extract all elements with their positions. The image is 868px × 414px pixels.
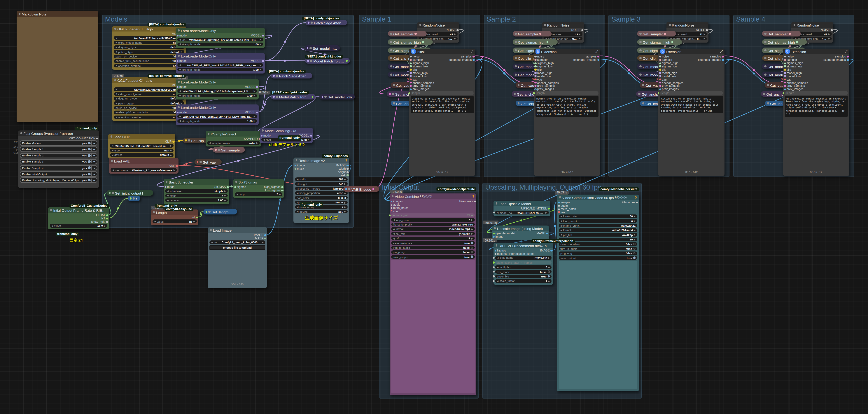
bypass-row-2[interactable]: Enable Sample 2yes➜ bbox=[20, 153, 97, 158]
gguf-loader-low-widget-dequant_dtype[interactable]: ◀dequant_dtypedefault▶ bbox=[114, 97, 184, 100]
toggle-save_metadata[interactable] bbox=[471, 242, 473, 244]
bypass-arrow-icon[interactable]: ➜ bbox=[93, 160, 95, 163]
decrement-arrow-icon[interactable]: ◀ bbox=[497, 257, 498, 259]
set-pill-s[interactable]: S bbox=[128, 196, 141, 201]
decrement-arrow-icon[interactable]: ◀ bbox=[112, 144, 113, 147]
collapse-dot-icon[interactable] bbox=[393, 102, 395, 105]
increment-arrow-icon[interactable]: ▶ bbox=[704, 37, 705, 40]
increment-arrow-icon[interactable]: ▶ bbox=[344, 192, 346, 195]
input-dot[interactable] bbox=[185, 140, 187, 141]
collapse-dot-icon[interactable] bbox=[188, 140, 190, 142]
increment-arrow-icon[interactable]: ▶ bbox=[471, 228, 473, 231]
decrement-arrow-icon[interactable]: ◀ bbox=[179, 38, 181, 41]
collapse-dot-icon[interactable] bbox=[114, 28, 116, 30]
decrement-arrow-icon[interactable]: ◀ bbox=[560, 229, 562, 232]
output-dot[interactable] bbox=[422, 41, 424, 43]
increment-arrow-icon[interactable]: ▶ bbox=[471, 237, 473, 240]
increment-arrow-icon[interactable]: ▶ bbox=[579, 37, 581, 40]
resize-image-v2-widget-device[interactable]: ◀devicecpu▶ bbox=[295, 210, 348, 213]
rife-vfi-widget-clear_cache_after_n_frames[interactable]: clear_cache_after_n_frames bbox=[495, 261, 552, 264]
collapse-dot-icon[interactable] bbox=[518, 102, 520, 105]
gguf-loader-high[interactable]: GGUFLoaderKJ : High?MODEL◀Wan\wan22Enhan… bbox=[112, 26, 186, 69]
set-vae[interactable]: Set_vae bbox=[194, 159, 222, 165]
gguf-loader-low-widget-extra_model_name[interactable]: ◀extra_model_namenone▶ bbox=[114, 92, 184, 96]
increment-arrow-icon[interactable]: ▶ bbox=[471, 232, 473, 235]
node-header[interactable]: ⧉Extension⤢ bbox=[658, 49, 725, 54]
toggle-save_output[interactable] bbox=[633, 257, 636, 259]
basic-scheduler-widget-steps[interactable]: ◀steps4▶ bbox=[165, 194, 228, 198]
collapse-dot-icon[interactable] bbox=[669, 24, 671, 26]
video-combine-60fps-widget-save_output[interactable]: save_outputtrue bbox=[559, 256, 637, 260]
collapse-dot-icon[interactable] bbox=[390, 74, 392, 76]
increment-arrow-icon[interactable]: ▶ bbox=[181, 51, 182, 53]
decrement-arrow-icon[interactable]: ◀ bbox=[393, 232, 395, 235]
decrement-arrow-icon[interactable]: ◀ bbox=[116, 102, 117, 105]
decrement-arrow-icon[interactable]: ◀ bbox=[297, 206, 299, 208]
decrement-arrow-icon[interactable]: ◀ bbox=[116, 116, 117, 118]
node-header[interactable]: LoraLoaderModelOnly bbox=[176, 28, 265, 33]
collapse-dot-icon[interactable] bbox=[767, 102, 769, 105]
increment-arrow-icon[interactable]: ▶ bbox=[279, 193, 281, 196]
video-combine-60fps-widget-trim_to_audio[interactable]: trim_to_audiofalse bbox=[559, 247, 637, 250]
decrement-arrow-icon[interactable]: ◀ bbox=[179, 115, 181, 118]
collapse-dot-icon[interactable] bbox=[640, 41, 642, 43]
load-image-upload-button[interactable]: choose file to upload bbox=[210, 245, 265, 250]
bypass-dot[interactable] bbox=[88, 160, 90, 163]
gguf-loader-high-widget-extra_model_name[interactable]: ◀extra_model_namenone▶ bbox=[114, 41, 184, 45]
node-header[interactable]: LoraLoaderModelOnly bbox=[176, 53, 265, 59]
lora-lightning-low-widget-value[interactable]: ◀Wan\Wan2.2-Lightning_I2V-A14B-4steps-lo… bbox=[177, 89, 257, 93]
input-dot[interactable] bbox=[273, 96, 275, 98]
bypass-row-6[interactable]: Enable Upscaling, Multiplaying, Output 6… bbox=[20, 178, 97, 183]
gguf-loader-high-widget-patch_dtype[interactable]: ◀patch_dtypedefault▶ bbox=[114, 50, 184, 54]
comfyroll-frame-rate[interactable]: Intial Output Frame Rate & RIEF CCA_n_Fr… bbox=[48, 207, 109, 229]
node-header[interactable]: Load CLIP bbox=[108, 134, 175, 139]
load-clip-widget-type[interactable]: ◀typewan▶ bbox=[110, 148, 174, 152]
collapse-dot-icon[interactable] bbox=[111, 160, 113, 162]
increment-arrow-icon[interactable]: ▶ bbox=[260, 43, 261, 46]
video-combine-initial-widget-pingpong[interactable]: pingpongfalse bbox=[391, 250, 475, 254]
collapse-dot-icon[interactable] bbox=[764, 57, 766, 59]
collapse-dot-icon[interactable] bbox=[390, 33, 392, 35]
node-header[interactable]: SplitSigmas bbox=[233, 179, 284, 185]
video-combine-initial-widget-format[interactable]: ◀formatvideo/h264-mp4▶ bbox=[391, 227, 475, 231]
collapse-dot-icon[interactable] bbox=[515, 65, 517, 67]
ksampler-select[interactable]: KSamplerSelectSAMPLER◀sampler_nameeuler▶ bbox=[206, 131, 261, 147]
increment-arrow-icon[interactable]: ▶ bbox=[471, 214, 473, 216]
decrement-arrow-icon[interactable]: ◀ bbox=[211, 241, 213, 244]
rife-vfi-widget-ckpt_name[interactable]: ◀ckpt_namerife49.pth▶ bbox=[495, 256, 552, 260]
collapse-dot-icon[interactable] bbox=[514, 93, 516, 95]
fast-groups-bypasser[interactable]: Fast Groups Bypasser (rgthree)OPT_CONNEC… bbox=[18, 130, 99, 188]
video-combine-60fps[interactable]: Video Combine final video 60 fps🎞ⓋⒽⓈ?ima… bbox=[557, 195, 639, 391]
sample3-main-prompt-text[interactable]: Action shot of an Indonesian female mech… bbox=[660, 96, 723, 114]
lora-svi-low-widget-strength_model[interactable]: ◀strength_model1.00▶ bbox=[177, 119, 257, 123]
length[interactable]: Lengthint◀value81▶ bbox=[151, 209, 198, 225]
lora-lightning-high-widget-strength_model[interactable]: ◀strength_model1.00▶ bbox=[177, 42, 263, 46]
increment-arrow-icon[interactable]: ▶ bbox=[193, 220, 195, 223]
collapse-dot-icon[interactable] bbox=[642, 102, 644, 105]
increment-arrow-icon[interactable]: ▶ bbox=[254, 120, 255, 122]
collapse-dot-icon[interactable] bbox=[763, 93, 765, 95]
sample3-get_sigmas_high[interactable]: Get_sigmas_high bbox=[638, 39, 682, 45]
collapse-dot-icon[interactable] bbox=[390, 41, 392, 43]
increment-arrow-icon[interactable]: ▶ bbox=[256, 142, 258, 144]
increment-arrow-icon[interactable]: ▶ bbox=[546, 211, 547, 214]
increment-arrow-icon[interactable]: ▶ bbox=[828, 33, 830, 35]
input-dot[interactable] bbox=[197, 161, 198, 163]
collapse-dot-icon[interactable] bbox=[114, 79, 116, 81]
decrement-arrow-icon[interactable]: ◀ bbox=[167, 194, 168, 197]
collapse-dot-icon[interactable] bbox=[392, 195, 394, 197]
gguf-loader-high-widget-attention_override[interactable]: ◀attention_overridenone▶ bbox=[114, 64, 184, 68]
upscale-image-using-model[interactable]: Upscale Image (using Model)upscale_model… bbox=[492, 226, 549, 240]
collapse-dot-icon[interactable] bbox=[393, 84, 395, 86]
bypass-dot[interactable] bbox=[88, 173, 90, 175]
collapse-dot-icon[interactable] bbox=[296, 159, 298, 161]
decrement-arrow-icon[interactable]: ◀ bbox=[116, 46, 117, 49]
collapse-dot-icon[interactable] bbox=[20, 132, 22, 134]
sample4-get_sampler[interactable]: Get_sampler bbox=[762, 31, 801, 36]
collapse-dot-icon[interactable] bbox=[310, 47, 312, 49]
collapse-dot-icon[interactable] bbox=[19, 13, 21, 15]
resize-image-v2-widget-width[interactable]: ◀width384▶ bbox=[295, 177, 348, 181]
input-dot[interactable] bbox=[206, 211, 208, 213]
gguf-loader-high-widget-patch_on_device[interactable]: patch_on_devicefalse bbox=[114, 55, 184, 58]
decrement-arrow-icon[interactable]: ◀ bbox=[116, 97, 117, 100]
